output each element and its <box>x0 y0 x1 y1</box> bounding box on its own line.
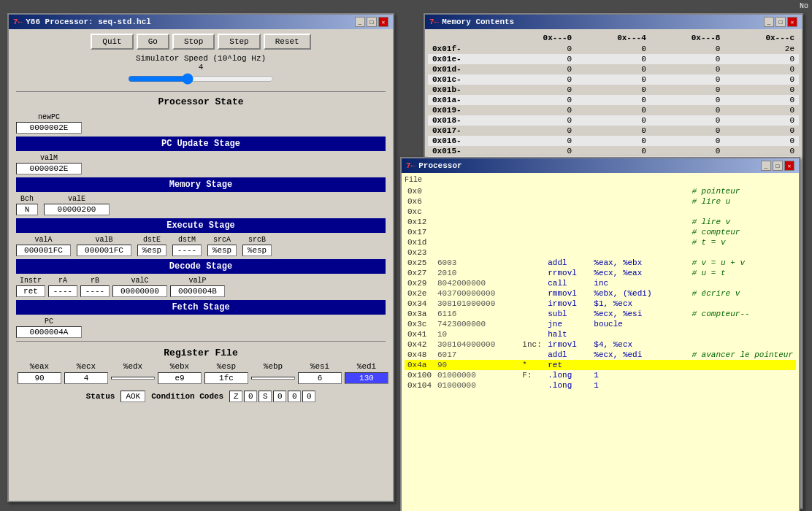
code-hex <box>434 227 519 237</box>
code-row: 0x17 # compteur <box>405 227 796 237</box>
code-titlebar: 7← Processor _ □ ✕ <box>402 158 799 173</box>
code-hex <box>434 247 519 258</box>
reg-label-esi: %esi <box>296 361 343 372</box>
code-hex: 90 <box>434 360 519 370</box>
code-minimize-button[interactable]: _ <box>761 161 771 171</box>
mem-addr: 0x018- <box>428 115 502 126</box>
code-comment: # lire v <box>689 217 796 227</box>
status-label: Status <box>86 392 115 401</box>
reset-button[interactable]: Reset <box>264 34 311 50</box>
reg-edx <box>110 372 156 385</box>
code-row: 0x4a 90 * ret <box>405 360 796 370</box>
mem-logo: 7← <box>429 18 439 26</box>
code-addr: 0x1d <box>405 237 434 247</box>
code-addr: 0xc <box>405 207 434 217</box>
go-button[interactable]: Go <box>137 34 169 50</box>
code-addr: 0x17 <box>405 227 434 237</box>
code-args <box>591 237 689 247</box>
code-titlebar-buttons: _ □ ✕ <box>761 161 794 171</box>
dste-value: %esp <box>137 245 166 256</box>
mem-val4: 0 <box>576 126 651 136</box>
code-addr: 0x27 <box>405 268 434 278</box>
mem-val4: 0 <box>576 74 651 85</box>
pc-label: PC <box>16 318 82 326</box>
code-instr: rmmovl <box>545 288 591 299</box>
code-addr: 0x23 <box>405 247 434 258</box>
code-row: 0x34 308101000000 irmovl $1, %ecx <box>405 299 796 309</box>
mem-val0: 0 <box>502 44 577 54</box>
proc-close-button[interactable]: ✕ <box>378 17 388 27</box>
mem-row: 0x01b- 0 0 0 0 <box>428 85 799 95</box>
code-row: 0x25 6003 addl %eax, %ebx # v = u + v <box>405 258 796 268</box>
code-label <box>519 278 545 288</box>
cc-z-val: 0 <box>244 391 257 402</box>
code-hex: 6116 <box>434 309 519 319</box>
proc-maximize-button[interactable]: □ <box>367 17 377 27</box>
proc-titlebar: 7← Y86 Processor: seq-std.hcl _ □ ✕ <box>9 15 393 29</box>
code-label <box>519 186 545 196</box>
mem-header-8: 0x---8 <box>651 32 725 44</box>
reg-ebx: e9 <box>156 372 203 385</box>
code-row: 0x0 # pointeur <box>405 186 796 196</box>
speed-slider[interactable] <box>128 73 274 85</box>
code-addr: 0x48 <box>405 350 434 360</box>
mem-maximize-button[interactable]: □ <box>775 17 786 27</box>
bch-group: Bch N <box>16 195 38 215</box>
code-row: 0x1d # t = v <box>405 237 796 247</box>
valb-label: valB <box>77 236 131 244</box>
step-button[interactable]: Step <box>218 34 260 50</box>
code-args: 1 <box>591 380 689 391</box>
code-label <box>519 247 545 258</box>
valp-label: valP <box>170 277 225 285</box>
code-maximize-button[interactable]: □ <box>773 161 783 171</box>
mem-valc: 0 <box>724 136 799 146</box>
code-addr: 0x100 <box>405 370 434 380</box>
newpc-row: newPC 0000002E <box>16 113 386 134</box>
quit-button[interactable]: Quit <box>91 34 133 50</box>
code-hex: 8042000000 <box>434 278 519 288</box>
proc-minimize-button[interactable]: _ <box>355 17 365 27</box>
code-comment <box>689 329 796 339</box>
code-hex: 6003 <box>434 258 519 268</box>
cc-label: Condition Codes <box>151 392 223 401</box>
reg-values-row: 90 4 e9 1fc 6 130 <box>16 372 390 385</box>
code-instr: call <box>545 278 591 288</box>
mem-val4: 0 <box>576 115 651 126</box>
speed-section: Simulator Speed (10^log Hz) 4 <box>16 54 386 87</box>
mem-row: 0x015- 0 0 0 0 <box>428 146 799 156</box>
mem-close-button[interactable]: ✕ <box>787 17 797 27</box>
code-addr: 0x104 <box>405 380 434 391</box>
mem-row: 0x01f- 0 0 0 2e <box>428 44 799 54</box>
file-label: File <box>405 176 796 184</box>
code-instr <box>545 196 591 207</box>
code-addr: 0x42 <box>405 339 434 350</box>
code-addr: 0x0 <box>405 186 434 196</box>
code-args <box>591 360 689 370</box>
mem-addr: 0x01d- <box>428 64 502 74</box>
code-close-button[interactable]: ✕ <box>784 161 794 171</box>
code-title-text: Processor <box>418 161 461 170</box>
code-row: 0x3a 6116 subl %ecx, %esi # compteur-- <box>405 309 796 319</box>
mem-valc: 0 <box>724 105 799 115</box>
code-label <box>519 329 545 339</box>
stop-button[interactable]: Stop <box>172 34 215 50</box>
mem-valc: 0 <box>724 115 799 126</box>
srca-group: srcA %esp <box>207 236 237 256</box>
mem-val4: 0 <box>576 85 651 95</box>
mem-addr: 0x01e- <box>428 54 502 64</box>
code-args <box>591 207 689 217</box>
code-table: 0x0 # pointeur 0x6 # lire u 0xc 0x12 # l… <box>405 186 796 391</box>
code-row: 0x29 8042000000 call inc <box>405 278 796 288</box>
mem-val4: 0 <box>576 136 651 146</box>
srcb-group: srcB %esp <box>242 236 272 256</box>
reg-labels-row: %eax %ecx %edx %ebx %esp %ebp %esi %edi <box>16 361 390 372</box>
mem-valc: 0 <box>724 126 799 136</box>
decode-fields-row: valA 000001FC valB 000001FC dstE %esp ds… <box>16 236 386 256</box>
code-instr <box>545 247 591 258</box>
code-hex: 01000000 <box>434 370 519 380</box>
proc-title: 7← Y86 Processor: seq-std.hcl <box>13 18 151 26</box>
mem-minimize-button[interactable]: _ <box>764 17 774 27</box>
mem-row: 0x01c- 0 0 0 0 <box>428 74 799 85</box>
divider2 <box>16 341 386 342</box>
valm-value: 0000002E <box>16 163 82 174</box>
